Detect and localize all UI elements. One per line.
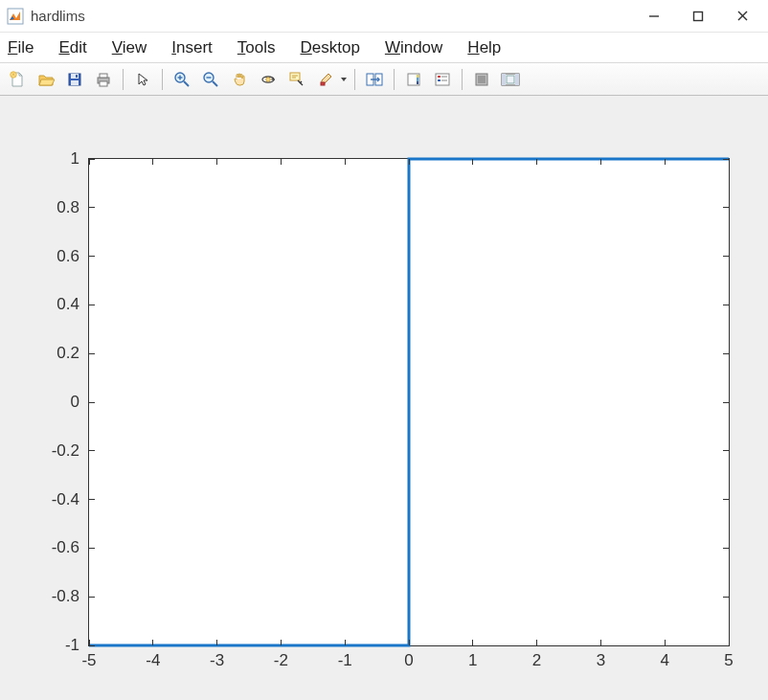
window-title: hardlims (31, 8, 85, 24)
y-tick-label: -0.8 (52, 587, 79, 606)
y-tick-label: 1 (71, 149, 79, 169)
show-plot-tools-button[interactable] (497, 67, 524, 92)
x-tick-label: 0 (404, 651, 413, 670)
x-tick-label: -1 (338, 651, 352, 670)
svg-point-20 (266, 77, 270, 80)
x-tick-label: 2 (532, 651, 541, 670)
y-tick-label: -0.4 (52, 490, 79, 509)
svg-rect-41 (502, 74, 506, 85)
menubar: File Edit View Insert Tools Desktop Wind… (0, 33, 768, 63)
x-tick-label: 4 (660, 651, 668, 670)
menu-edit[interactable]: Edit (56, 36, 88, 59)
svg-rect-11 (100, 74, 107, 78)
insert-legend-button[interactable] (429, 67, 456, 92)
window-buttons (632, 1, 764, 32)
svg-rect-32 (417, 81, 418, 84)
zoom-out-button[interactable] (197, 67, 224, 92)
menu-desktop[interactable]: Desktop (299, 36, 362, 59)
svg-rect-12 (100, 81, 107, 86)
menu-help[interactable]: Help (465, 36, 503, 59)
titlebar: hardlims (0, 0, 768, 33)
save-button[interactable] (61, 67, 88, 92)
toolbar (0, 63, 768, 96)
x-tick-label: 1 (468, 651, 477, 670)
plot-axes[interactable]: -1-0.8-0.6-0.4-0.200.20.40.60.81-5-4-3-2… (88, 158, 730, 646)
svg-line-25 (300, 81, 302, 83)
x-tick-label: -3 (210, 651, 224, 670)
new-figure-button[interactable] (4, 67, 31, 92)
toolbar-separator (394, 69, 395, 90)
svg-rect-26 (321, 82, 325, 85)
svg-rect-39 (478, 76, 486, 83)
rotate-3d-button[interactable] (255, 67, 282, 92)
svg-line-18 (213, 81, 217, 86)
print-button[interactable] (90, 67, 117, 92)
y-tick-label: 0 (71, 393, 79, 412)
svg-rect-21 (290, 73, 300, 80)
x-tick-label: -4 (146, 651, 160, 670)
svg-line-14 (184, 81, 189, 86)
zoom-in-button[interactable] (169, 67, 195, 92)
matlab-icon (6, 7, 25, 26)
toolbar-separator (354, 69, 355, 90)
y-tick-label: -0.2 (52, 441, 79, 461)
svg-rect-31 (417, 75, 418, 78)
menu-tools[interactable]: Tools (236, 36, 278, 59)
hide-plot-tools-button[interactable] (468, 67, 495, 92)
y-tick-label: 0.4 (56, 295, 79, 314)
svg-rect-43 (507, 76, 514, 83)
svg-rect-34 (438, 76, 440, 78)
x-tick-label: 5 (724, 651, 733, 670)
svg-rect-36 (438, 79, 440, 81)
svg-rect-8 (71, 80, 79, 85)
pan-button[interactable] (226, 67, 253, 92)
y-tick-label: -0.6 (52, 538, 79, 557)
y-tick-label: 0.6 (56, 247, 79, 266)
data-cursor-button[interactable] (283, 67, 310, 92)
brush-dropdown[interactable] (339, 67, 349, 92)
svg-rect-0 (8, 9, 23, 24)
x-tick-label: 3 (597, 651, 605, 670)
maximize-button[interactable] (676, 1, 720, 32)
svg-rect-9 (76, 75, 78, 78)
svg-rect-2 (694, 11, 703, 20)
plot-canvas (89, 159, 729, 645)
y-tick-label: 0.8 (56, 198, 79, 217)
open-button[interactable] (33, 67, 59, 92)
menu-view[interactable]: View (110, 36, 149, 59)
x-tick-label: -2 (274, 651, 288, 670)
pointer-button[interactable] (129, 67, 156, 92)
y-tick-label: 0.2 (56, 344, 79, 363)
minimize-button[interactable] (632, 1, 676, 32)
toolbar-separator (162, 69, 163, 90)
brush-button[interactable] (312, 67, 339, 92)
insert-colorbar-button[interactable] (400, 67, 427, 92)
link-plot-button[interactable] (361, 67, 388, 92)
close-button[interactable] (720, 1, 764, 32)
toolbar-separator (462, 69, 463, 90)
toolbar-separator (123, 69, 124, 90)
x-tick-label: -5 (81, 651, 96, 670)
y-tick-label: -1 (65, 636, 79, 655)
menu-file[interactable]: File (6, 36, 35, 59)
menu-insert[interactable]: Insert (169, 36, 215, 59)
menu-window[interactable]: Window (383, 36, 444, 59)
svg-rect-42 (515, 74, 519, 85)
data-line (89, 159, 729, 645)
